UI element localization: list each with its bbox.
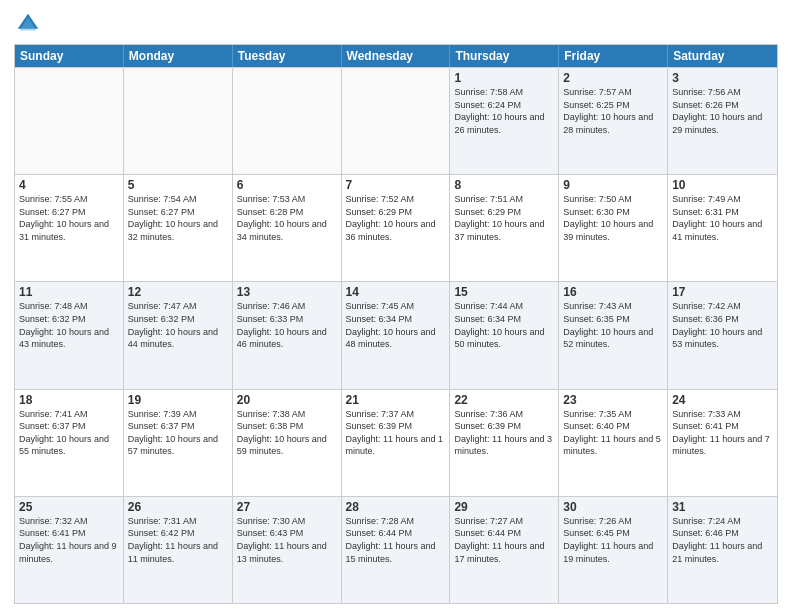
day-number: 31 (672, 500, 773, 514)
calendar-cell (233, 68, 342, 174)
day-number: 2 (563, 71, 663, 85)
calendar-cell: 1Sunrise: 7:58 AMSunset: 6:24 PMDaylight… (450, 68, 559, 174)
logo-icon (14, 10, 42, 38)
day-number: 15 (454, 285, 554, 299)
calendar-cell: 31Sunrise: 7:24 AMSunset: 6:46 PMDayligh… (668, 497, 777, 603)
cell-detail: Sunrise: 7:36 AMSunset: 6:39 PMDaylight:… (454, 408, 554, 458)
day-number: 11 (19, 285, 119, 299)
cell-detail: Sunrise: 7:38 AMSunset: 6:38 PMDaylight:… (237, 408, 337, 458)
cell-detail: Sunrise: 7:53 AMSunset: 6:28 PMDaylight:… (237, 193, 337, 243)
calendar-cell: 6Sunrise: 7:53 AMSunset: 6:28 PMDaylight… (233, 175, 342, 281)
cell-detail: Sunrise: 7:54 AMSunset: 6:27 PMDaylight:… (128, 193, 228, 243)
day-number: 14 (346, 285, 446, 299)
calendar-cell: 29Sunrise: 7:27 AMSunset: 6:44 PMDayligh… (450, 497, 559, 603)
calendar-cell (15, 68, 124, 174)
calendar-cell: 8Sunrise: 7:51 AMSunset: 6:29 PMDaylight… (450, 175, 559, 281)
calendar-cell: 15Sunrise: 7:44 AMSunset: 6:34 PMDayligh… (450, 282, 559, 388)
calendar-cell: 27Sunrise: 7:30 AMSunset: 6:43 PMDayligh… (233, 497, 342, 603)
calendar-cell: 30Sunrise: 7:26 AMSunset: 6:45 PMDayligh… (559, 497, 668, 603)
cell-detail: Sunrise: 7:58 AMSunset: 6:24 PMDaylight:… (454, 86, 554, 136)
calendar-header-cell: Thursday (450, 45, 559, 67)
day-number: 12 (128, 285, 228, 299)
calendar-cell: 9Sunrise: 7:50 AMSunset: 6:30 PMDaylight… (559, 175, 668, 281)
calendar-header-cell: Sunday (15, 45, 124, 67)
cell-detail: Sunrise: 7:33 AMSunset: 6:41 PMDaylight:… (672, 408, 773, 458)
calendar-row: 18Sunrise: 7:41 AMSunset: 6:37 PMDayligh… (15, 389, 777, 496)
calendar-cell: 2Sunrise: 7:57 AMSunset: 6:25 PMDaylight… (559, 68, 668, 174)
calendar-header-cell: Wednesday (342, 45, 451, 67)
calendar-row: 1Sunrise: 7:58 AMSunset: 6:24 PMDaylight… (15, 67, 777, 174)
calendar-cell: 10Sunrise: 7:49 AMSunset: 6:31 PMDayligh… (668, 175, 777, 281)
cell-detail: Sunrise: 7:30 AMSunset: 6:43 PMDaylight:… (237, 515, 337, 565)
cell-detail: Sunrise: 7:46 AMSunset: 6:33 PMDaylight:… (237, 300, 337, 350)
calendar-row: 4Sunrise: 7:55 AMSunset: 6:27 PMDaylight… (15, 174, 777, 281)
calendar-cell: 17Sunrise: 7:42 AMSunset: 6:36 PMDayligh… (668, 282, 777, 388)
cell-detail: Sunrise: 7:41 AMSunset: 6:37 PMDaylight:… (19, 408, 119, 458)
cell-detail: Sunrise: 7:45 AMSunset: 6:34 PMDaylight:… (346, 300, 446, 350)
day-number: 30 (563, 500, 663, 514)
cell-detail: Sunrise: 7:52 AMSunset: 6:29 PMDaylight:… (346, 193, 446, 243)
day-number: 5 (128, 178, 228, 192)
calendar-cell: 3Sunrise: 7:56 AMSunset: 6:26 PMDaylight… (668, 68, 777, 174)
day-number: 23 (563, 393, 663, 407)
cell-detail: Sunrise: 7:57 AMSunset: 6:25 PMDaylight:… (563, 86, 663, 136)
cell-detail: Sunrise: 7:27 AMSunset: 6:44 PMDaylight:… (454, 515, 554, 565)
calendar: SundayMondayTuesdayWednesdayThursdayFrid… (14, 44, 778, 604)
calendar-cell (124, 68, 233, 174)
day-number: 20 (237, 393, 337, 407)
cell-detail: Sunrise: 7:48 AMSunset: 6:32 PMDaylight:… (19, 300, 119, 350)
calendar-cell: 14Sunrise: 7:45 AMSunset: 6:34 PMDayligh… (342, 282, 451, 388)
day-number: 24 (672, 393, 773, 407)
page: SundayMondayTuesdayWednesdayThursdayFrid… (0, 0, 792, 612)
calendar-cell: 11Sunrise: 7:48 AMSunset: 6:32 PMDayligh… (15, 282, 124, 388)
day-number: 21 (346, 393, 446, 407)
day-number: 13 (237, 285, 337, 299)
calendar-row: 11Sunrise: 7:48 AMSunset: 6:32 PMDayligh… (15, 281, 777, 388)
day-number: 8 (454, 178, 554, 192)
cell-detail: Sunrise: 7:28 AMSunset: 6:44 PMDaylight:… (346, 515, 446, 565)
cell-detail: Sunrise: 7:42 AMSunset: 6:36 PMDaylight:… (672, 300, 773, 350)
day-number: 16 (563, 285, 663, 299)
cell-detail: Sunrise: 7:50 AMSunset: 6:30 PMDaylight:… (563, 193, 663, 243)
cell-detail: Sunrise: 7:24 AMSunset: 6:46 PMDaylight:… (672, 515, 773, 565)
cell-detail: Sunrise: 7:35 AMSunset: 6:40 PMDaylight:… (563, 408, 663, 458)
calendar-cell: 23Sunrise: 7:35 AMSunset: 6:40 PMDayligh… (559, 390, 668, 496)
day-number: 9 (563, 178, 663, 192)
day-number: 19 (128, 393, 228, 407)
calendar-header-cell: Saturday (668, 45, 777, 67)
calendar-cell: 20Sunrise: 7:38 AMSunset: 6:38 PMDayligh… (233, 390, 342, 496)
cell-detail: Sunrise: 7:31 AMSunset: 6:42 PMDaylight:… (128, 515, 228, 565)
cell-detail: Sunrise: 7:43 AMSunset: 6:35 PMDaylight:… (563, 300, 663, 350)
calendar-body: 1Sunrise: 7:58 AMSunset: 6:24 PMDaylight… (15, 67, 777, 603)
calendar-cell: 25Sunrise: 7:32 AMSunset: 6:41 PMDayligh… (15, 497, 124, 603)
day-number: 27 (237, 500, 337, 514)
header (14, 10, 778, 38)
cell-detail: Sunrise: 7:44 AMSunset: 6:34 PMDaylight:… (454, 300, 554, 350)
calendar-cell: 4Sunrise: 7:55 AMSunset: 6:27 PMDaylight… (15, 175, 124, 281)
cell-detail: Sunrise: 7:39 AMSunset: 6:37 PMDaylight:… (128, 408, 228, 458)
calendar-cell: 22Sunrise: 7:36 AMSunset: 6:39 PMDayligh… (450, 390, 559, 496)
cell-detail: Sunrise: 7:55 AMSunset: 6:27 PMDaylight:… (19, 193, 119, 243)
cell-detail: Sunrise: 7:51 AMSunset: 6:29 PMDaylight:… (454, 193, 554, 243)
cell-detail: Sunrise: 7:47 AMSunset: 6:32 PMDaylight:… (128, 300, 228, 350)
day-number: 25 (19, 500, 119, 514)
calendar-cell: 18Sunrise: 7:41 AMSunset: 6:37 PMDayligh… (15, 390, 124, 496)
day-number: 22 (454, 393, 554, 407)
cell-detail: Sunrise: 7:32 AMSunset: 6:41 PMDaylight:… (19, 515, 119, 565)
calendar-cell (342, 68, 451, 174)
cell-detail: Sunrise: 7:56 AMSunset: 6:26 PMDaylight:… (672, 86, 773, 136)
day-number: 3 (672, 71, 773, 85)
calendar-header: SundayMondayTuesdayWednesdayThursdayFrid… (15, 45, 777, 67)
calendar-cell: 13Sunrise: 7:46 AMSunset: 6:33 PMDayligh… (233, 282, 342, 388)
calendar-cell: 19Sunrise: 7:39 AMSunset: 6:37 PMDayligh… (124, 390, 233, 496)
day-number: 6 (237, 178, 337, 192)
calendar-header-cell: Tuesday (233, 45, 342, 67)
day-number: 28 (346, 500, 446, 514)
calendar-header-cell: Friday (559, 45, 668, 67)
day-number: 17 (672, 285, 773, 299)
day-number: 4 (19, 178, 119, 192)
day-number: 10 (672, 178, 773, 192)
calendar-cell: 24Sunrise: 7:33 AMSunset: 6:41 PMDayligh… (668, 390, 777, 496)
calendar-cell: 28Sunrise: 7:28 AMSunset: 6:44 PMDayligh… (342, 497, 451, 603)
cell-detail: Sunrise: 7:26 AMSunset: 6:45 PMDaylight:… (563, 515, 663, 565)
